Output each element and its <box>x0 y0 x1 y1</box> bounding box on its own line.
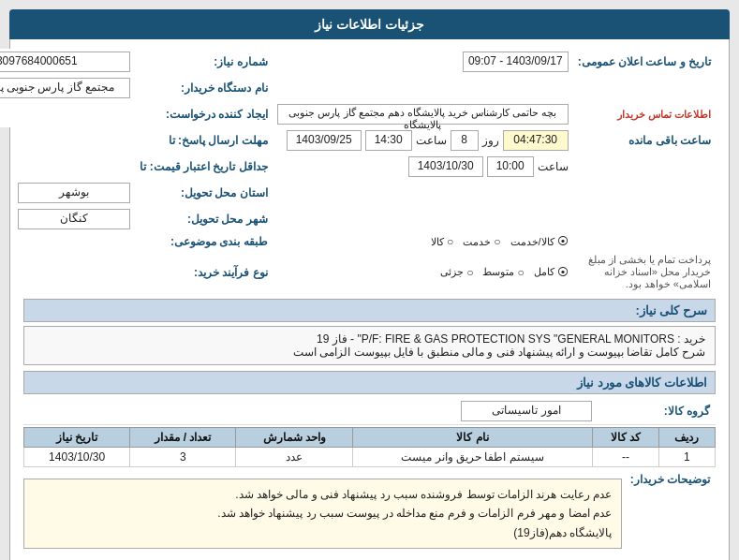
page-title: جزئیات اطلاعات نیاز <box>9 9 730 39</box>
kala-info-label: اطلاعات کالاهای مورد نیاز <box>23 371 716 394</box>
tabaqeh-label: طبقه بندی موضوعی: <box>135 232 272 251</box>
ostan-value: بوشهر <box>18 183 130 203</box>
shahr-value: کنگان <box>18 209 130 229</box>
radio-khedmat: ○ <box>494 235 500 248</box>
baqi-label: ساعت باقی مانده <box>628 134 711 147</box>
cell-name: سیستم اطفا حریق وانر میست <box>353 448 593 467</box>
cell-tedad: 3 <box>130 448 236 467</box>
serh-sharh: شرح کامل تقاضا بپیوست و ارائه پیشنهاد فن… <box>34 346 705 359</box>
radio-jozi: ○ <box>466 266 473 279</box>
mohlat-date-value: 1403/09/25 <box>287 130 362 151</box>
ostan-label: استان محل تحویل: <box>135 180 272 206</box>
mohlat-baqi-value: 04:47:30 <box>503 130 569 151</box>
jadval-date-value: 1403/10/30 <box>408 156 483 177</box>
serh-section-label: سرح کلی نیاز: <box>23 299 716 322</box>
ettelaat-tamas-label[interactable]: اطلاعات تماس خریدار <box>573 101 716 127</box>
farayand-radio-group: ⦿ کامل ○ متوسط ○ جزئی <box>440 266 569 279</box>
saat-label-1: ساعت <box>416 134 447 147</box>
saat-label-2: ساعت <box>538 160 569 173</box>
group-row: گروه کالا: امور تاسیساتی <box>23 398 716 425</box>
radio-jozi-label: جزئی <box>440 266 464 278</box>
shomare-niaz-value: 1103097684000651 <box>0 52 130 72</box>
ruz-label: روز <box>482 134 499 147</box>
shahr-label: شهر محل تحویل: <box>135 206 272 232</box>
radio-mota: ○ <box>517 266 524 279</box>
jadval-time-value: 10:00 <box>487 156 534 177</box>
tozi-line: عدم رعایت هرند الزامات توسط فروشنده سبب … <box>34 485 612 504</box>
radio-kala-label: کالا <box>431 236 444 248</box>
mohlat-ruz-value: 8 <box>451 130 479 151</box>
radio-khedmat-label: خدمت <box>463 236 491 248</box>
tarikh-value: 1403/09/17 - 09:07 <box>463 52 569 72</box>
no-farayand-label: نوع فرآیند خرید: <box>135 251 272 293</box>
no-farayand-note: پرداخت تمام یا بخشی از مبلغ خریدار محل «… <box>573 251 716 293</box>
tozi-label: توضیحات خریدار: <box>630 473 710 486</box>
radio-kala: ○ <box>447 235 453 248</box>
cell-tarikh: 1403/10/30 <box>24 448 130 467</box>
tozi-line: پالایشگاه دهم(فاز19) <box>34 523 612 542</box>
jadval-label: جداقل تاریخ اعتبار قیمت: تا <box>135 154 272 180</box>
tozi-box: عدم رعایت هرند الزامات توسط فروشنده سبب … <box>23 479 622 549</box>
nam-dastgah-value: مجتمع گاز پارس جنوبی پالایشگاه دهم <box>0 78 130 98</box>
group-value: امور تاسیساتی <box>461 401 592 421</box>
serh-kharid: خرید : P/F: FIRE & GAS PROTECTION SYS "G… <box>34 332 705 346</box>
serh-box: خرید : P/F: FIRE & GAS PROTECTION SYS "G… <box>23 326 716 365</box>
ijad-label: ایجاد کننده درخواست: <box>135 101 272 127</box>
tarikh-label: تاریخ و ساعت اعلان عمومی: <box>573 49 716 75</box>
nam-dastgah-label: نام دستگاه خریدار: <box>135 75 272 101</box>
shomare-niaz-label: شماره نیاز: <box>135 49 272 75</box>
tabaqeh-radio-group: ⦿ کالا/خدمت ○ خدمت ○ کالا <box>431 235 569 248</box>
th-radif: ردیف <box>658 428 715 448</box>
radio-kamel: ⦿ <box>557 266 569 279</box>
th-tarikh: تاریخ نیاز <box>24 428 130 448</box>
radio-kamel-label: کامل <box>534 266 554 278</box>
th-vahad: واحد شمارش <box>236 428 353 448</box>
th-kod: کد کالا <box>593 428 658 448</box>
radio-kala-service: ⦿ <box>557 235 569 248</box>
cell-vahad: عدد <box>236 448 353 467</box>
group-label: گروه کالا: <box>598 405 710 418</box>
th-tedad: تعداد / مقدار <box>130 428 236 448</box>
mohlat-label: مهلت ارسال پاسخ: تا <box>135 127 272 154</box>
cell-kod: -- <box>593 448 658 467</box>
radio-mota-label: متوسط <box>482 266 514 278</box>
table-row: 1--سیستم اطفا حریق وانر میستعدد31403/10/… <box>24 448 716 467</box>
ijad-value: بچه حاتمی کارشناس خرید پالایشگاه دهم مجت… <box>277 104 569 125</box>
items-table: ردیف کد کالا نام کالا واحد شمارش تعداد /… <box>23 427 716 467</box>
th-name: نام کالا <box>353 428 593 448</box>
tozi-line: عدم امضا و مهر فرم الزامات و فرم منع مدا… <box>34 504 612 523</box>
cell-radif: 1 <box>658 448 715 467</box>
radio-kala-service-label: کالا/خدمت <box>510 236 554 248</box>
mohlat-time-value: 14:30 <box>365 130 412 151</box>
